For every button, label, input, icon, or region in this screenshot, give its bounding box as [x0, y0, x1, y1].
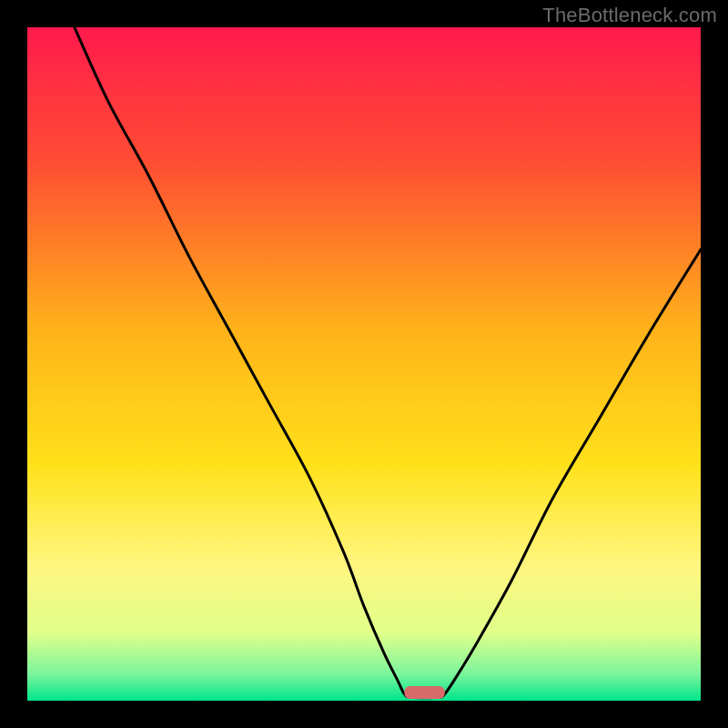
gradient-background	[27, 27, 701, 701]
optimal-range-marker	[404, 686, 444, 699]
chart-frame: TheBottleneck.com	[0, 0, 728, 728]
chart-svg	[27, 27, 701, 701]
plot-area	[27, 27, 701, 701]
watermark-text: TheBottleneck.com	[542, 4, 717, 27]
